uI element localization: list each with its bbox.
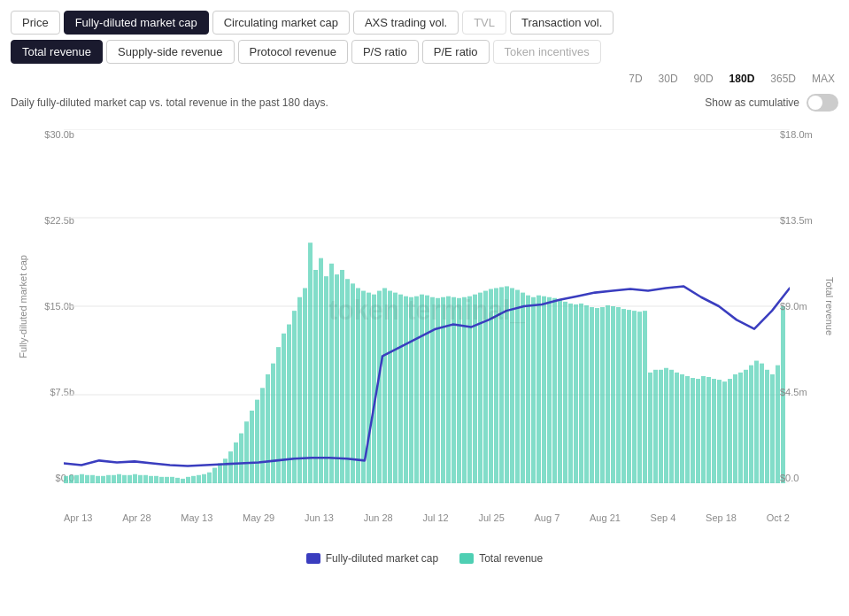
svg-rect-28: [186, 477, 190, 483]
nav-price[interactable]: Price: [11, 11, 60, 35]
nav-fdmc[interactable]: Fully-diluted market cap: [64, 11, 209, 35]
svg-rect-36: [228, 451, 233, 483]
svg-rect-119: [754, 361, 759, 483]
sub-nav: Total revenue Supply-side revenue Protoc…: [11, 40, 838, 64]
svg-rect-33: [212, 468, 217, 483]
svg-rect-139: [648, 373, 652, 483]
chart-header: Daily fully-diluted market cap vs. total…: [11, 94, 838, 112]
x-label-8: Aug 7: [535, 512, 560, 523]
y-axis-right-title-wrap: Total revenue: [822, 129, 837, 483]
time-max[interactable]: MAX: [808, 71, 838, 87]
x-label-2: May 13: [181, 512, 212, 523]
x-label-9: Aug 21: [590, 512, 621, 523]
svg-rect-120: [749, 366, 753, 483]
svg-rect-7: [74, 475, 79, 483]
sub-supply-side[interactable]: Supply-side revenue: [106, 40, 235, 64]
nav-axs-vol[interactable]: AXS trading vol.: [353, 11, 459, 35]
y-right-0: $18.0m: [780, 129, 813, 140]
svg-rect-27: [181, 479, 185, 483]
svg-rect-130: [696, 379, 700, 483]
svg-rect-99: [563, 302, 567, 483]
svg-rect-35: [223, 458, 228, 483]
svg-rect-75: [436, 298, 440, 483]
legend-color-fdmc: [306, 553, 320, 564]
chart-container: Fully-diluted market cap $30.0b $22.5b $…: [11, 120, 838, 545]
svg-rect-8: [80, 474, 84, 483]
svg-rect-30: [197, 475, 201, 483]
svg-rect-24: [165, 477, 169, 483]
watermark: token terminal_: [328, 295, 526, 325]
svg-rect-9: [85, 475, 89, 483]
svg-rect-138: [653, 370, 658, 483]
svg-rect-110: [621, 309, 626, 483]
cumulative-toggle-switch[interactable]: [807, 94, 838, 112]
x-label-6: Jul 12: [422, 512, 448, 523]
time-180d[interactable]: 180D: [726, 71, 759, 87]
svg-rect-21: [149, 476, 153, 483]
x-label-3: May 29: [243, 512, 274, 523]
svg-rect-39: [244, 421, 249, 483]
nav-txn-vol[interactable]: Transaction vol.: [510, 11, 614, 35]
svg-rect-126: [717, 380, 722, 483]
nav-cmc[interactable]: Circulating market cap: [212, 11, 350, 35]
svg-rect-18: [133, 474, 137, 483]
x-label-0: Apr 13: [64, 512, 92, 523]
svg-rect-96: [547, 297, 552, 483]
legend-item-fdmc: Fully-diluted market cap: [306, 552, 438, 565]
cumulative-label: Show as cumulative: [705, 96, 799, 109]
svg-rect-129: [701, 376, 706, 483]
time-30d[interactable]: 30D: [655, 71, 682, 87]
svg-rect-92: [526, 296, 530, 483]
svg-rect-53: [319, 258, 323, 483]
time-90d[interactable]: 90D: [691, 71, 717, 87]
svg-rect-5: [64, 476, 68, 483]
svg-rect-106: [600, 307, 605, 483]
nav-tvl: TVL: [462, 11, 506, 35]
svg-rect-131: [691, 378, 695, 483]
x-label-12: Oct 2: [767, 512, 790, 523]
svg-rect-93: [531, 297, 536, 483]
x-axis: Apr 13 Apr 28 May 13 May 29 Jun 13 Jun 2…: [64, 512, 790, 523]
svg-rect-127: [712, 379, 716, 483]
svg-rect-49: [297, 297, 302, 483]
x-label-5: Jun 28: [364, 512, 393, 523]
svg-rect-98: [558, 300, 562, 483]
svg-rect-14: [112, 475, 116, 483]
time-7d[interactable]: 7D: [625, 71, 645, 87]
cumulative-toggle-area: Show as cumulative: [705, 94, 838, 112]
svg-rect-25: [170, 477, 174, 483]
svg-rect-123: [733, 374, 737, 483]
svg-rect-41: [255, 400, 259, 483]
svg-rect-121: [744, 370, 748, 483]
svg-rect-44: [271, 364, 275, 483]
svg-rect-140: [643, 311, 647, 483]
legend: Fully-diluted market cap Total revenue: [11, 552, 838, 565]
time-range-row: 7D 30D 90D 180D 365D MAX: [11, 71, 838, 87]
svg-rect-102: [579, 304, 583, 483]
sub-protocol-revenue[interactable]: Protocol revenue: [238, 40, 348, 64]
svg-rect-16: [122, 475, 127, 483]
x-label-11: Sep 18: [706, 512, 737, 523]
sub-total-revenue[interactable]: Total revenue: [11, 40, 103, 64]
svg-rect-50: [303, 288, 307, 483]
legend-label-fdmc: Fully-diluted market cap: [326, 552, 438, 565]
svg-rect-12: [101, 476, 105, 483]
svg-rect-6: [69, 475, 73, 483]
svg-rect-23: [159, 477, 164, 483]
time-365d[interactable]: 365D: [767, 71, 799, 87]
svg-rect-11: [96, 476, 100, 483]
x-label-7: Jul 25: [478, 512, 504, 523]
svg-rect-17: [127, 475, 132, 483]
y-axis-left-title: Fully-diluted market cap: [18, 255, 28, 358]
svg-rect-32: [207, 473, 212, 483]
sub-ps-ratio[interactable]: P/S ratio: [351, 40, 419, 64]
svg-rect-42: [260, 388, 265, 483]
svg-rect-31: [202, 474, 206, 483]
svg-rect-133: [680, 374, 684, 483]
svg-rect-51: [308, 243, 313, 483]
y-right-3: $4.5m: [780, 387, 807, 397]
svg-rect-113: [637, 312, 642, 483]
svg-rect-111: [627, 310, 631, 483]
sub-pe-ratio[interactable]: P/E ratio: [422, 40, 490, 64]
svg-rect-108: [611, 306, 615, 483]
